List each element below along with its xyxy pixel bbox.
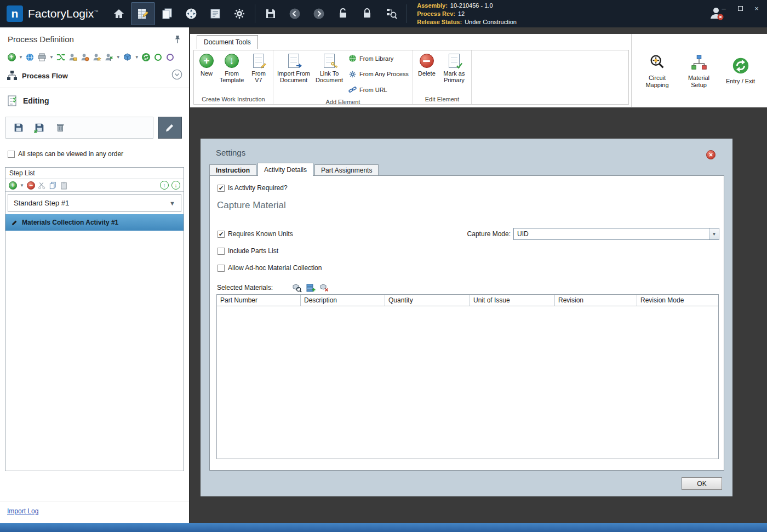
refresh-button[interactable] (141, 52, 151, 62)
col-part-number[interactable]: Part Number (217, 295, 301, 306)
materials-table-body (216, 306, 719, 459)
from-library-button[interactable]: From Library (348, 54, 409, 62)
col-description[interactable]: Description (301, 295, 385, 306)
settings-close-button[interactable] (706, 150, 716, 159)
globe-icon (25, 53, 35, 62)
browse-materials-button[interactable] (291, 282, 302, 293)
back-button[interactable] (283, 2, 307, 25)
circuit-mapping-button[interactable]: Circuit Mapping (639, 53, 676, 89)
add-button[interactable] (7, 52, 16, 62)
from-v7-button[interactable]: From V7 (246, 52, 271, 85)
step-list-title: Step List (5, 168, 184, 179)
is-activity-required-checkbox[interactable] (217, 185, 225, 192)
remove-material-button[interactable] (319, 282, 329, 293)
copy-icon[interactable] (49, 181, 57, 190)
step-item[interactable]: Standard Step #1 ▼ (8, 194, 181, 212)
material-setup-button[interactable]: Material Setup (681, 53, 717, 89)
news-button[interactable] (203, 2, 227, 25)
navigate-button[interactable] (179, 2, 203, 25)
material-setup-label: Material Setup (681, 75, 717, 89)
entry-exit-button[interactable]: Entry / Exit (723, 56, 759, 85)
move-up-icon[interactable] (160, 181, 169, 190)
package-dropdown-caret[interactable]: ▼ (135, 55, 139, 60)
user-star-button[interactable] (92, 52, 102, 62)
add-material-icon (306, 283, 316, 293)
add-step-caret[interactable]: ▼ (20, 183, 24, 188)
delete-step-button[interactable] (50, 119, 71, 136)
import-step-button[interactable] (29, 119, 50, 136)
col-unit-of-issue[interactable]: Unit of Issue (470, 295, 555, 306)
any-order-checkbox[interactable] (8, 151, 15, 158)
collapse-button[interactable] (171, 69, 182, 82)
new-icon (199, 54, 214, 68)
paste-icon[interactable] (60, 181, 68, 190)
swap-process-button[interactable] (56, 52, 66, 62)
add-material-button[interactable] (305, 282, 316, 293)
cut-icon[interactable] (38, 181, 46, 190)
activity-item-selected[interactable]: Materials Collection Activity #1 (5, 214, 184, 231)
step-expand-chevron[interactable]: ▼ (169, 200, 175, 207)
from-url-button[interactable]: From URL (348, 85, 409, 94)
home-button[interactable] (107, 2, 131, 25)
remove-step-icon[interactable] (27, 181, 35, 190)
from-any-process-button[interactable]: From Any Process (348, 70, 409, 78)
edit-mode-button[interactable] (158, 117, 182, 139)
lock-button[interactable] (355, 2, 379, 25)
user-flag-button[interactable] (104, 52, 114, 62)
save-step-button[interactable] (8, 119, 29, 136)
tab-activity-details[interactable]: Activity Details (257, 163, 313, 176)
import-from-document-button[interactable]: Import From Document (275, 52, 312, 85)
editing-label: Editing (23, 96, 49, 105)
print-dropdown-caret[interactable]: ▼ (49, 55, 54, 60)
move-down-icon[interactable] (171, 181, 180, 190)
allow-adhoc-label: Allow Ad-hoc Material Collection (228, 264, 322, 272)
status-green-button[interactable] (153, 52, 163, 62)
forward-button[interactable] (307, 2, 331, 25)
new-button[interactable]: New (196, 52, 217, 78)
release-search-button[interactable] (379, 2, 403, 25)
tab-part-assignments[interactable]: Part Assignments (314, 164, 379, 176)
col-revision-mode[interactable]: Revision Mode (637, 295, 718, 306)
import-log-link[interactable]: Import Log (7, 507, 38, 515)
settings-button[interactable] (227, 2, 251, 25)
save-icon (264, 7, 277, 20)
browse-materials-icon (292, 283, 302, 293)
link-to-document-button[interactable]: Link To Document (312, 52, 346, 85)
delete-element-button[interactable]: Delete (415, 52, 439, 78)
process-flow-row[interactable]: Process Flow (7, 69, 182, 82)
print-button[interactable] (37, 52, 47, 62)
pin-button[interactable] (174, 35, 181, 46)
from-template-button[interactable]: From Template (217, 52, 246, 85)
user-flag-dropdown-caret[interactable]: ▼ (116, 55, 121, 60)
ok-button[interactable]: OK (682, 477, 722, 490)
include-parts-list-checkbox[interactable] (217, 248, 225, 255)
user-assign-button[interactable] (68, 52, 78, 62)
close-icon (708, 152, 713, 157)
close-window-button[interactable]: × (753, 4, 760, 12)
documents-button[interactable] (155, 2, 179, 25)
user-role-button[interactable] (80, 52, 90, 62)
capture-mode-dropdown[interactable]: UID ▼ (513, 228, 719, 240)
work-instructions-button[interactable] (131, 2, 155, 25)
unlock-button[interactable] (331, 2, 355, 25)
allow-adhoc-row: Allow Ad-hoc Material Collection (217, 264, 322, 272)
tab-document-tools[interactable]: Document Tools (197, 35, 258, 49)
save-button[interactable] (259, 2, 283, 25)
minimize-button[interactable]: – (720, 4, 728, 12)
add-step-icon[interactable] (9, 181, 17, 190)
mark-as-primary-button[interactable]: Mark as Primary (439, 52, 470, 85)
remove-material-icon (319, 283, 329, 293)
requires-known-units-checkbox[interactable] (217, 231, 225, 238)
dropdown-arrow-icon[interactable]: ▼ (709, 228, 719, 239)
col-revision[interactable]: Revision (555, 295, 637, 306)
allow-adhoc-checkbox[interactable] (217, 265, 225, 272)
add-dropdown-caret[interactable]: ▼ (19, 55, 23, 60)
status-purple-button[interactable] (165, 52, 175, 62)
assembly-info: Assembly:10-210456 - 1.0 Process Rev:12 … (417, 2, 517, 26)
tab-instruction[interactable]: Instruction (209, 164, 256, 176)
work-instructions-icon (136, 7, 150, 20)
web-button[interactable] (25, 52, 35, 62)
maximize-button[interactable] (736, 4, 744, 12)
package-button[interactable] (123, 52, 133, 62)
col-quantity[interactable]: Quantity (385, 295, 470, 306)
